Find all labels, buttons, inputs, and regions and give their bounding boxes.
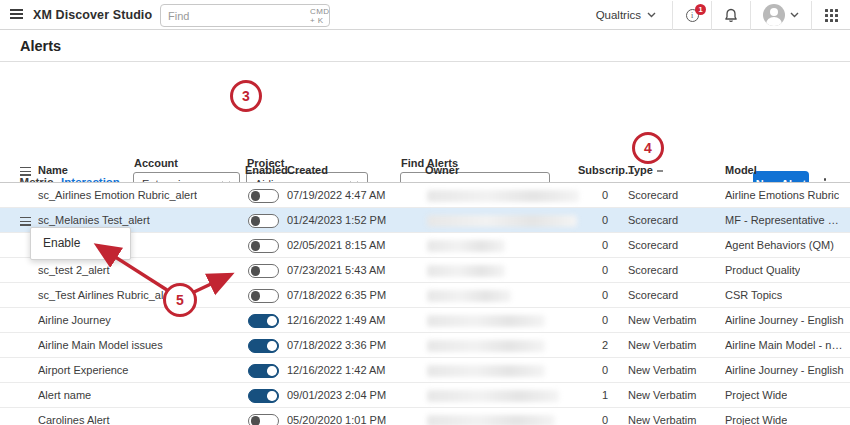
table-row[interactable]: Airline Journey12/16/2022 1:49 AM0New Ve… (0, 308, 850, 333)
alert-model: Airline Journey - English (725, 358, 844, 383)
alert-name: Alert name (38, 383, 91, 408)
alert-model: Airline Journey - English (725, 308, 844, 333)
toggle-knob (267, 391, 277, 401)
chevron-down-icon (647, 12, 656, 18)
toggle-knob (251, 241, 261, 251)
user-menu[interactable] (751, 0, 811, 30)
toggle-knob (267, 366, 277, 376)
alert-name: Airline Journey (38, 308, 111, 333)
subscriptions-count: 0 (575, 408, 608, 425)
enabled-toggle[interactable] (248, 389, 279, 403)
alert-name: sc_test 2_alert (38, 258, 110, 283)
owner-redacted (427, 415, 555, 425)
global-search-input[interactable] (168, 10, 310, 22)
created-date: 01/24/2023 1:52 PM (287, 208, 386, 233)
page-title: Alerts (20, 38, 61, 54)
alert-type: New Verbatim (628, 333, 696, 358)
page-header: Alerts (0, 30, 850, 62)
toggle-knob (251, 416, 261, 425)
subscriptions-count: 0 (575, 183, 608, 208)
created-date: 05/20/2020 1:01 PM (287, 408, 386, 425)
col-header-enabled[interactable]: Enabled (245, 164, 288, 176)
owner-redacted (427, 390, 559, 402)
enabled-toggle[interactable] (248, 414, 279, 425)
toggle-knob (251, 216, 261, 226)
col-header-subscriptions[interactable]: Subscrip... (578, 164, 634, 176)
row-context-menu: Enable (30, 227, 131, 260)
alert-type: New Verbatim (628, 308, 696, 333)
enabled-toggle[interactable] (248, 239, 279, 253)
top-bar: XM Discover Studio CMD + K Qualtrics i 1 (0, 0, 850, 30)
alert-type: Scorecard (628, 183, 678, 208)
app-title: XM Discover Studio (33, 8, 152, 22)
alert-type: Scorecard (628, 283, 678, 308)
apps-grid-icon (825, 9, 838, 22)
alert-name: Carolines Alert (38, 408, 110, 425)
alerts-screen: XM Discover Studio CMD + K Qualtrics i 1 (0, 0, 850, 425)
enabled-toggle[interactable] (248, 214, 279, 228)
context-menu-item-enable[interactable]: Enable (31, 228, 130, 259)
notifications-info-button[interactable]: i 1 (673, 0, 711, 30)
alert-model: CSR Topics (725, 283, 782, 308)
alert-model: Airline Emotions Rubric (725, 183, 839, 208)
bell-icon (724, 8, 738, 23)
col-header-owner[interactable]: Owner (425, 164, 459, 176)
created-date: 07/19/2022 4:47 AM (287, 183, 385, 208)
app-switcher-button[interactable] (812, 0, 850, 30)
enabled-toggle[interactable] (248, 264, 279, 278)
owner-redacted (427, 265, 505, 277)
hamburger-menu-icon[interactable] (10, 9, 23, 20)
table-body: sc_Airlines Emotion Rubric_alert07/19/20… (0, 183, 850, 425)
table-row[interactable]: sc_test 2_alert07/23/2021 5:43 AM0Scorec… (0, 258, 850, 283)
alert-type: New Verbatim (628, 383, 696, 408)
toggle-knob (267, 316, 277, 326)
table-row[interactable]: sc_Test Airlines Rubric_alert07/18/2022 … (0, 283, 850, 308)
col-header-created[interactable]: Created (287, 164, 328, 176)
avatar (763, 4, 785, 26)
table-row[interactable]: Alert name09/01/2023 2:04 PM1New Verbati… (0, 383, 850, 408)
alert-type: Scorecard (628, 233, 678, 258)
column-settings-icon[interactable] (20, 167, 31, 178)
owner-redacted (427, 340, 545, 352)
table-header: Name Enabled Created Owner Subscrip... T… (0, 160, 850, 183)
alerts-bell-button[interactable] (712, 0, 750, 30)
created-date: 07/18/2022 3:36 PM (287, 333, 386, 358)
owner-redacted (427, 190, 579, 202)
col-header-model[interactable]: Model (725, 164, 757, 176)
brand-menu-label: Qualtrics (596, 9, 641, 21)
toggle-knob (251, 266, 261, 276)
subscriptions-count: 0 (575, 258, 608, 283)
brand-menu[interactable]: Qualtrics (580, 0, 672, 30)
subscriptions-count: 2 (575, 333, 608, 358)
alert-model: Product Quality (725, 258, 800, 283)
subscriptions-count: 0 (575, 208, 608, 233)
col-header-type[interactable]: Type (628, 164, 663, 176)
alert-name: sc_Airlines Emotion Rubric_alert (38, 183, 197, 208)
enabled-toggle[interactable] (248, 314, 279, 328)
enabled-toggle[interactable] (248, 364, 279, 378)
subscriptions-count: 0 (575, 283, 608, 308)
col-header-name[interactable]: Name (38, 164, 68, 176)
alert-type: New Verbatim (628, 408, 696, 425)
enabled-toggle[interactable] (248, 339, 279, 353)
alert-name: Airline Main Model issues (38, 333, 163, 358)
chevron-down-icon (790, 12, 799, 18)
toggle-knob (267, 341, 277, 351)
alert-name: sc_Test Airlines Rubric_alert (38, 283, 176, 308)
table-row[interactable]: Airport Experience12/16/2022 1:42 AM0New… (0, 358, 850, 383)
global-search[interactable]: CMD + K (160, 4, 330, 27)
table-row[interactable]: Airline Main Model issues07/18/2022 3:36… (0, 333, 850, 358)
toggle-knob (251, 191, 261, 201)
table-row[interactable]: Carolines Alert05/20/2020 1:01 PM0New Ve… (0, 408, 850, 425)
enabled-toggle[interactable] (248, 189, 279, 203)
subscriptions-count: 0 (575, 233, 608, 258)
owner-redacted (427, 365, 545, 377)
search-shortcut-hint: CMD + K (310, 7, 329, 25)
alert-model: MF - Representative Be... (725, 208, 845, 233)
table-row[interactable]: sc_Airlines Emotion Rubric_alert07/19/20… (0, 183, 850, 208)
alert-name: Airport Experience (38, 358, 129, 383)
notification-badge: 1 (695, 4, 706, 15)
created-date: 02/05/2021 8:15 AM (287, 233, 385, 258)
drag-handle-icon[interactable] (20, 217, 31, 228)
enabled-toggle[interactable] (248, 289, 279, 303)
